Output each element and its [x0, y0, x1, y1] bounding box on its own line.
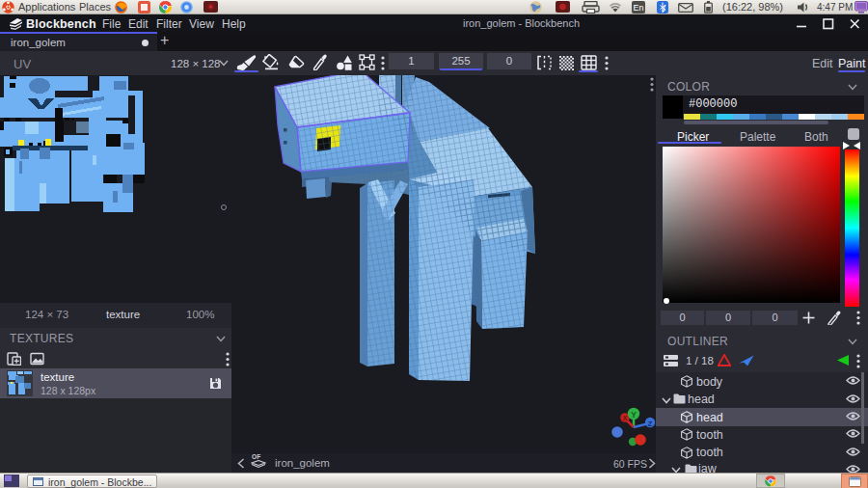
svg-text:Z: Z — [648, 420, 653, 428]
svg-text:X: X — [623, 415, 628, 421]
svg-text:Y: Y — [631, 410, 637, 420]
svg-text:En: En — [633, 3, 643, 13]
